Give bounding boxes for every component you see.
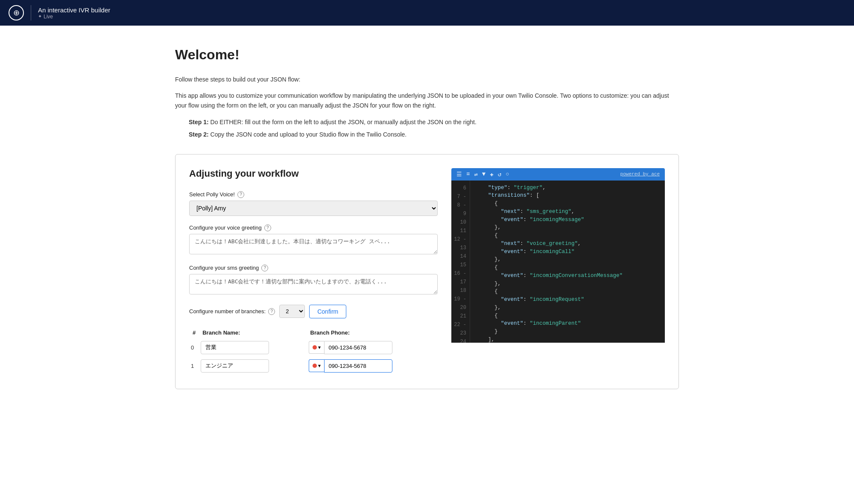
step2-label: Step 2: [189,131,209,138]
voice-greeting-help-icon[interactable]: ? [264,224,271,231]
code-editor-panel: ☰ ≡ ⇌ ▼ ✚ ↺ ○ powered by ace 67 -8 -9101… [451,168,665,375]
phone-input[interactable] [324,341,392,354]
table-row: 0 ▾ [189,338,438,357]
sparkle-icon: ✦ [38,14,42,19]
page-title: Welcome! [175,47,679,63]
step2: Step 2: Copy the JSON code and upload to… [189,129,679,140]
workflow-card: Adjusting your workflow Select Polly Voi… [175,154,679,389]
flag-dot [313,364,317,368]
description-text: This app allows you to customize your co… [175,91,679,110]
voice-greeting-label: Configure your voice greeting ? [189,224,438,231]
app-status: ✦ Live [38,14,110,20]
sms-greeting-textarea[interactable]: こんにちは！ABC会社です！適切な部門に案内いたしますので、お電話く... [189,274,438,294]
toolbar-icon-transfer[interactable]: ⇌ [474,171,477,178]
voice-help-icon[interactable]: ? [237,191,244,198]
flag-chevron: ▾ [318,344,321,350]
step2-text: Copy the JSON code and upload to your St… [211,131,407,138]
app-logo-icon: ⊕ [9,5,24,20]
branch-name-cell [199,338,307,357]
col-phone: Branch Phone: [307,327,438,338]
workflow-form: Adjusting your workflow Select Polly Voi… [189,168,438,375]
voice-greeting-group: Configure your voice greeting ? こんにちは！AB… [189,224,438,256]
main-content: Welcome! Follow these steps to build out… [149,26,705,415]
powered-by-link[interactable]: powered by ace [620,172,660,177]
phone-flag-button[interactable]: ▾ [309,359,324,372]
step1: Step 1: Do EITHER: fill out the form on … [189,117,679,128]
editor-body: 67 -8 -9101112 -13141516 -171819 -202122… [451,181,665,343]
flag-dot [313,345,317,350]
branch-phone-cell: ▾ [307,357,438,375]
toolbar-icon-lines[interactable]: ☰ [456,171,462,178]
voice-group: Select Polly Voice! ? [Polly] Amy [189,191,438,216]
steps-list: Step 1: Do EITHER: fill out the form on … [189,117,679,140]
toolbar-icon-redo[interactable]: ○ [506,171,509,178]
branches-row: Configure number of branches: ? 2 Confir… [189,305,438,318]
branches-help-icon[interactable]: ? [268,308,275,315]
branch-name-input[interactable] [201,341,269,354]
app-header: ⊕ An interactive IVR builder ✦ Live [0,0,854,26]
branch-num: 0 [189,338,199,357]
branches-label: Configure number of branches: ? [189,308,275,315]
editor-toolbar: ☰ ≡ ⇌ ▼ ✚ ↺ ○ powered by ace [451,168,665,181]
card-title: Adjusting your workflow [189,168,438,179]
phone-input[interactable] [324,359,392,373]
code-editor[interactable]: ☰ ≡ ⇌ ▼ ✚ ↺ ○ powered by ace 67 -8 -9101… [451,168,665,347]
sms-greeting-help-icon[interactable]: ? [261,265,268,271]
app-title: An interactive IVR builder [38,6,110,14]
header-divider [31,5,31,20]
branch-name-input[interactable] [201,359,269,373]
branch-name-cell [199,357,307,375]
sms-greeting-group: Configure your sms greeting ? こんにちは！ABC会… [189,265,438,296]
col-num: # [189,327,199,338]
branch-table: # Branch Name: Branch Phone: 0 ▾ [189,327,438,375]
phone-flag-button[interactable]: ▾ [309,341,324,354]
toolbar-icon-wrench[interactable]: ✚ [490,171,493,178]
flag-chevron: ▾ [318,363,321,369]
branch-phone-cell: ▾ [307,338,438,357]
toolbar-icon-lines2[interactable]: ≡ [466,171,470,178]
step1-text: Do EITHER: fill out the form on the left… [211,119,477,125]
header-title-block: An interactive IVR builder ✦ Live [38,6,110,20]
step1-label: Step 1: [189,119,209,125]
table-row: 1 ▾ [189,357,438,375]
voice-select[interactable]: [Polly] Amy [189,201,438,216]
sms-greeting-label: Configure your sms greeting ? [189,265,438,271]
code-content[interactable]: "type": "trigger", "transitions": [ { "n… [470,181,665,343]
voice-label: Select Polly Voice! ? [189,191,438,198]
branches-count-select[interactable]: 2 [279,305,305,318]
toolbar-icon-undo[interactable]: ↺ [498,171,501,178]
voice-greeting-textarea[interactable]: こんにちは！ABC会社に到達しました。本日は、適切なコワーキング スペ... [189,234,438,254]
line-numbers: 67 -8 -9101112 -13141516 -171819 -202122… [451,181,470,343]
intro-text: Follow these steps to build out your JSO… [175,75,679,84]
branch-num: 1 [189,357,199,375]
col-name: Branch Name: [199,327,307,338]
toolbar-icon-filter[interactable]: ▼ [482,171,485,178]
confirm-button[interactable]: Confirm [309,305,346,318]
